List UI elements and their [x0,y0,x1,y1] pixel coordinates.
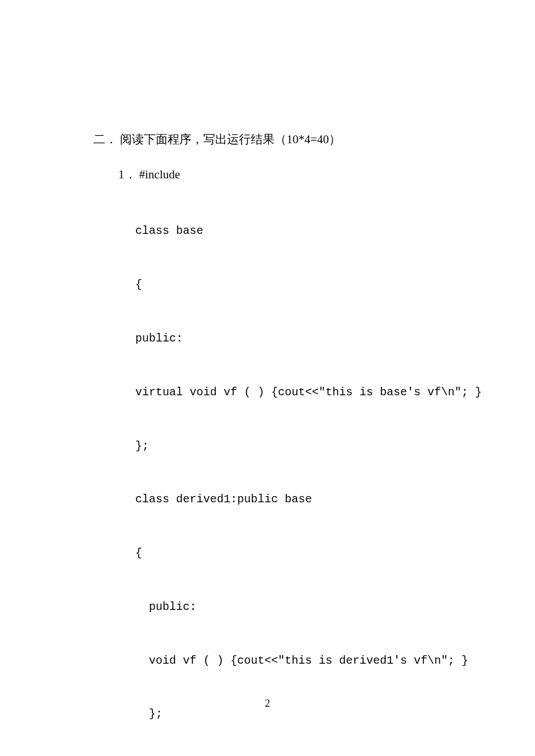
page-number: 2 [0,698,535,710]
code-line: }; [135,437,478,455]
code-line: { [135,544,478,562]
heading-prefix: 二． [93,133,117,146]
code-line: public: [135,330,478,348]
heading-text: 阅读下面程序，写出运行结果（10*4=40） [120,133,341,146]
document-page: 二． 阅读下面程序，写出运行结果（10*4=40） 1． #include cl… [0,0,535,756]
code-line: virtual void vf ( ) {cout<<"this is base… [135,383,478,402]
question-block: 1． #include class base { public: virtual… [93,165,478,756]
include-directive: #include [139,168,180,181]
question-number: 1． [118,168,136,181]
code-line: class base [135,222,478,240]
code-line: public: [135,598,478,616]
question-first-line: 1． #include [118,165,478,185]
code-line: { [135,276,478,294]
section-heading: 二． 阅读下面程序，写出运行结果（10*4=40） [93,130,478,150]
code-block: class base { public: virtual void vf ( )… [118,186,478,756]
code-line: void vf ( ) {cout<<"this is derived1's v… [135,652,478,670]
code-line: class derived1:public base [135,490,478,509]
